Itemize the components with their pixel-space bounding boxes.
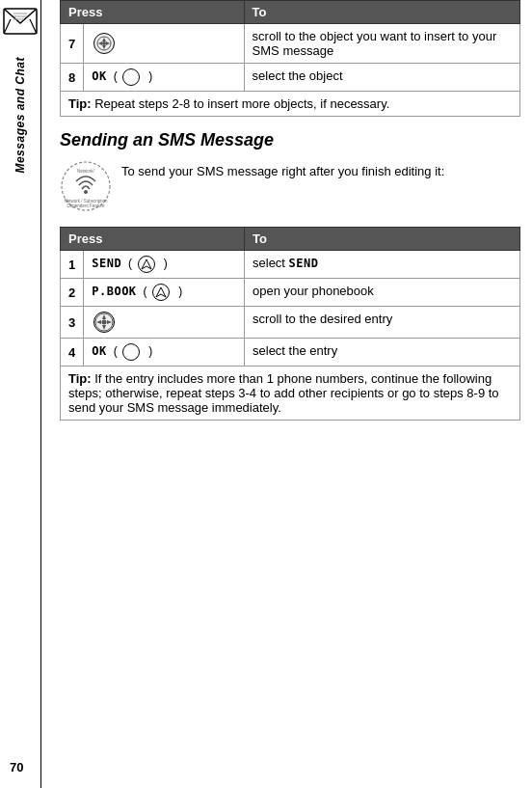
- table-row: 7 scroll to the object yo: [61, 24, 520, 64]
- press-cell: P.BOOK ( ): [84, 279, 245, 307]
- press-cell: [84, 24, 244, 64]
- press-cell: SEND ( ): [84, 251, 245, 279]
- tip-bold: Tip:: [68, 96, 92, 111]
- step-number: 7: [61, 24, 84, 64]
- ok-key-icon: [122, 68, 140, 86]
- send-key-icon: [138, 256, 155, 273]
- press-cell: OK ( ): [84, 339, 245, 367]
- network-feature-icon: Network / Subscription Dependent Feature…: [60, 160, 112, 215]
- nav-key-icon: [93, 312, 115, 333]
- step-number: 2: [61, 279, 84, 307]
- sidebar-label: Messages and Chat: [13, 57, 27, 174]
- sidebar-divider: [40, 0, 41, 788]
- step-number: 8: [61, 64, 84, 92]
- bottom-table-to-header: To: [245, 228, 520, 251]
- to-cell: scroll to the desired entry: [245, 307, 520, 339]
- ok-key-label: OK: [92, 69, 106, 83]
- svg-text:Dependent Feature: Dependent Feature: [67, 204, 105, 208]
- page-number: 70: [10, 760, 23, 774]
- network-description: To send your SMS message right after you…: [121, 160, 444, 178]
- top-table-to-header: To: [244, 1, 519, 24]
- envelope-icon: [3, 8, 38, 38]
- bottom-table-press-header: Press: [61, 228, 245, 251]
- step-number: 3: [61, 307, 84, 339]
- table-row: 8 OK ( ) select the object: [61, 64, 520, 92]
- tip-cell: Tip: Repeat steps 2-8 to insert more obj…: [61, 92, 520, 117]
- to-cell: select the object: [244, 64, 519, 92]
- table-row: 4 OK ( ) select the entry: [61, 339, 520, 367]
- tip-text: If the entry includes more than 1 phone …: [68, 371, 499, 415]
- tip-bold: Tip:: [68, 371, 92, 386]
- pbook-key-icon: [152, 284, 170, 301]
- main-content: Press To 7: [48, 0, 532, 788]
- step-number: 4: [61, 339, 84, 367]
- svg-point-13: [84, 190, 88, 194]
- sidebar: Messages and Chat 70: [0, 0, 40, 788]
- tip-row: Tip: Repeat steps 2-8 to insert more obj…: [61, 92, 520, 117]
- ok-key-label: OK: [92, 344, 106, 358]
- svg-point-11: [102, 41, 106, 45]
- to-cell: select the entry: [245, 339, 520, 367]
- tip-text: Repeat steps 2-8 to insert more objects,…: [92, 96, 390, 111]
- table-row: 3 scroll to the desired entry: [61, 307, 520, 339]
- svg-marker-18: [156, 287, 166, 297]
- network-note: Network / Subscription Dependent Feature…: [60, 160, 520, 215]
- ok-key-icon: [122, 343, 140, 361]
- tip-row: Tip: If the entry includes more than 1 p…: [61, 367, 520, 421]
- to-cell: scroll to the object you want to insert …: [244, 24, 519, 64]
- step-number: 1: [61, 251, 84, 279]
- svg-text:Network/: Network/: [77, 169, 95, 174]
- press-cell: [84, 307, 245, 339]
- top-table: Press To 7: [60, 0, 520, 117]
- pbook-key-label: P.BOOK: [92, 285, 136, 298]
- svg-point-24: [102, 320, 107, 325]
- to-cell: open your phonebook: [245, 279, 520, 307]
- bottom-table: Press To 1 SEND ( ) select SEND: [60, 227, 520, 421]
- table-row: 1 SEND ( ) select SEND: [61, 251, 520, 279]
- nav-key-icon: [93, 33, 115, 54]
- table-row: 2 P.BOOK ( ) open your phonebook: [61, 279, 520, 307]
- section-heading: Sending an SMS Message: [60, 130, 520, 150]
- press-cell: OK ( ): [84, 64, 244, 92]
- to-cell: select SEND: [245, 251, 520, 279]
- send-key-label: SEND: [92, 257, 121, 270]
- svg-marker-17: [142, 259, 151, 269]
- send-inline-label: SEND: [289, 257, 319, 270]
- top-table-press-header: Press: [61, 1, 245, 24]
- tip-cell: Tip: If the entry includes more than 1 p…: [61, 367, 520, 421]
